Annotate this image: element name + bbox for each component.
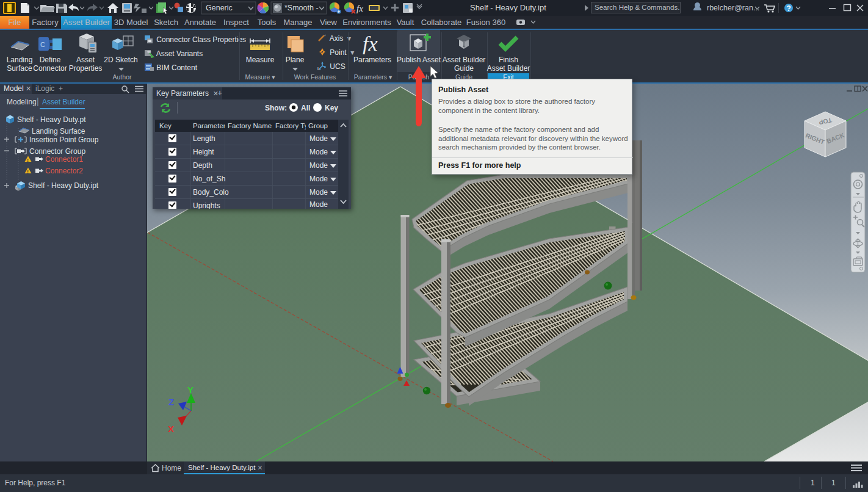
svg-text:Landing Surface: Landing Surface bbox=[32, 127, 85, 136]
svg-text:Insertion Point Group: Insertion Point Group bbox=[29, 136, 99, 144]
svg-text:Connector2: Connector2 bbox=[45, 167, 83, 175]
svg-text:fx: fx bbox=[356, 4, 363, 13]
svg-text:X: X bbox=[168, 424, 174, 434]
svg-text:rbelcher@ran...: rbelcher@ran... bbox=[707, 4, 759, 12]
svg-text:Key: Key bbox=[325, 104, 338, 112]
svg-text:Shelf - Heavy Duty.pt: Shelf - Heavy Duty.pt bbox=[17, 115, 86, 124]
svg-text:!: ! bbox=[27, 157, 29, 163]
svg-text:L: L bbox=[317, 67, 320, 71]
svg-text:Shelf - Heavy Duty.ipt: Shelf - Heavy Duty.ipt bbox=[28, 181, 99, 190]
svg-text:C: C bbox=[40, 41, 45, 48]
svg-text:Generic: Generic bbox=[206, 4, 233, 12]
svg-text:*Smooth -: *Smooth - bbox=[284, 4, 319, 12]
svg-text:!: ! bbox=[27, 169, 29, 175]
svg-text:Z: Z bbox=[168, 397, 174, 407]
svg-text:Home: Home bbox=[162, 464, 181, 472]
svg-text:Y: Y bbox=[187, 385, 193, 395]
svg-text:Connector Group: Connector Group bbox=[29, 147, 85, 156]
svg-text:All: All bbox=[301, 104, 310, 112]
svg-text:fx: fx bbox=[363, 32, 378, 54]
svg-text:?: ? bbox=[787, 4, 791, 13]
svg-text:Connector1: Connector1 bbox=[45, 155, 83, 164]
